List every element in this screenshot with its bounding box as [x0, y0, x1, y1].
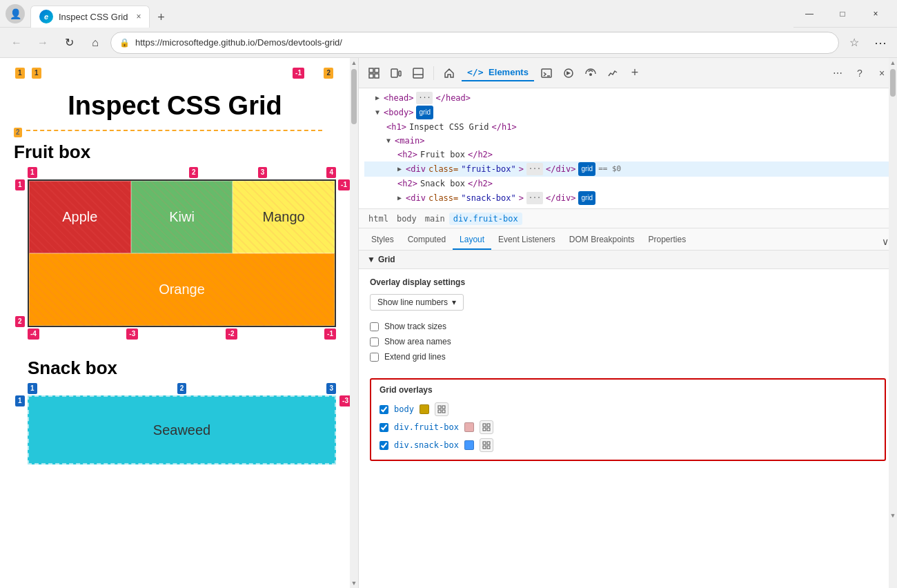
overlay-body-checkbox[interactable]	[379, 405, 388, 414]
browser-tab[interactable]: e Inspect CSS Grid ×	[30, 6, 150, 28]
home-devtools-button[interactable]	[440, 63, 459, 83]
overlay-snack-box-color[interactable]	[464, 440, 474, 450]
new-tab-button[interactable]: +	[151, 8, 170, 28]
scroll-down-arrow[interactable]: ▼	[351, 580, 357, 587]
dom-main-line[interactable]: ▼ <main>	[364, 134, 891, 148]
fruit-box-ellipsis[interactable]: ···	[526, 163, 543, 175]
tab-event-listeners[interactable]: Event Listeners	[491, 231, 562, 250]
forward-button[interactable]: →	[32, 32, 54, 54]
user-avatar[interactable]: 👤	[6, 4, 25, 23]
show-track-sizes-checkbox-row[interactable]: Show track sizes	[370, 319, 886, 334]
browser-menu-button[interactable]: ⋯	[869, 32, 891, 54]
settings-button[interactable]: ?	[850, 63, 869, 83]
tab-computed[interactable]: Computed	[401, 231, 453, 250]
scroll-thumb[interactable]	[351, 69, 357, 124]
breadcrumb-html[interactable]: html	[364, 213, 393, 225]
breadcrumb-main[interactable]: main	[421, 213, 449, 225]
overlay-fruit-box-inspect-button[interactable]	[480, 420, 493, 434]
add-panel-button[interactable]: +	[625, 63, 644, 83]
dt-scroll-thumb[interactable]	[890, 69, 896, 97]
close-button[interactable]: ×	[860, 3, 891, 24]
overlay-snack-box-checkbox[interactable]	[379, 441, 388, 450]
console-panel-button[interactable]	[537, 63, 556, 83]
tab-styles[interactable]: Styles	[364, 231, 401, 250]
h1-open-tag: <h1>	[386, 121, 406, 133]
dom-h2-snack-line[interactable]: <h2> Snack box </h2>	[364, 177, 891, 190]
fruit-box-class-val: "fruit-box"	[461, 163, 515, 175]
svg-rect-20	[483, 442, 486, 444]
extend-grid-lines-checkbox[interactable]	[370, 353, 379, 362]
device-emulation-button[interactable]	[386, 63, 406, 83]
expand-head-icon[interactable]: ▶	[375, 92, 379, 104]
show-area-names-label: Show area names	[384, 337, 451, 346]
grid-row2-indicator: 2	[14, 128, 322, 137]
dom-h2-fruit-line[interactable]: <h2> Fruit box </h2>	[364, 148, 891, 161]
snack-grid: Seaweed	[28, 395, 336, 464]
performance-panel-button[interactable]	[603, 63, 622, 83]
dom-snack-box-line[interactable]: ▶ <div class= "snack-box" > ··· </div> g…	[364, 190, 891, 206]
inspect-snack-box-icon	[482, 441, 491, 449]
maximize-button[interactable]: □	[827, 3, 858, 24]
extend-grid-lines-checkbox-row[interactable]: Extend grid lines	[370, 349, 886, 364]
grid-num-top-neg1: -1	[293, 68, 304, 79]
expand-body-icon[interactable]: ▼	[375, 106, 379, 119]
expand-fruit-box-icon[interactable]: ▶	[397, 163, 402, 175]
dom-body-line[interactable]: ▼ <body> grid	[364, 105, 891, 120]
favorites-button[interactable]: ☆	[843, 32, 865, 54]
minimize-button[interactable]: —	[793, 3, 825, 24]
snack-col-2: 2	[177, 383, 187, 394]
tab-properties[interactable]: Properties	[642, 231, 693, 250]
grid-col-nums-top: 1 2 3 4	[28, 167, 336, 178]
overlay-body-color[interactable]	[420, 404, 429, 414]
svg-rect-22	[483, 446, 486, 449]
inspect-element-button[interactable]	[364, 63, 384, 83]
tab-layout[interactable]: Layout	[453, 231, 491, 250]
home-button[interactable]: ⌂	[84, 32, 106, 54]
tab-close-button[interactable]: ×	[136, 12, 141, 21]
lock-icon: 🔒	[119, 38, 130, 48]
show-area-names-checkbox-row[interactable]: Show area names	[370, 334, 886, 349]
kiwi-cell: Kiwi	[131, 181, 233, 253]
overlay-fruit-box-checkbox[interactable]	[379, 423, 388, 432]
address-bar[interactable]: 🔒 https://microsoftedge.github.io/Demos/…	[110, 32, 839, 54]
overlay-snack-box-inspect-button[interactable]	[480, 438, 493, 452]
grid-section-header[interactable]: ▼ Grid	[359, 251, 897, 269]
snack-grid-wrapper: 1 2 3 1 -3 Seaweed	[28, 395, 336, 464]
show-line-numbers-dropdown[interactable]: Show line numbers ▾	[370, 294, 464, 311]
breadcrumb-fruit-box[interactable]: div.fruit-box	[449, 213, 522, 225]
grid-row-nums-right: -1	[338, 179, 350, 327]
dom-h1-line[interactable]: <h1> Inspect CSS Grid </h1>	[364, 120, 891, 134]
overlay-fruit-box-color[interactable]	[464, 422, 474, 432]
snack-box-ellipsis[interactable]: ···	[526, 192, 543, 204]
head-ellipsis[interactable]: ···	[416, 92, 433, 104]
breadcrumb-body[interactable]: body	[393, 213, 421, 225]
webpage-scrollbar[interactable]: ▲ ▼	[350, 58, 358, 588]
overlay-body-inspect-button[interactable]	[435, 402, 448, 416]
network-panel-button[interactable]	[581, 63, 600, 83]
scroll-up-arrow[interactable]: ▲	[351, 59, 357, 66]
dt-scroll-down-arrow[interactable]: ▼	[890, 512, 896, 519]
svg-point-11	[589, 73, 592, 76]
col-num-1: 1	[28, 167, 37, 178]
dom-head-line[interactable]: ▶ <head> ··· </head>	[364, 91, 891, 105]
more-panels-button[interactable]: ⋯	[828, 63, 847, 83]
back-button[interactable]: ←	[6, 32, 28, 54]
tab-dom-breakpoints[interactable]: DOM Breakpoints	[562, 231, 642, 250]
expand-snack-box-icon[interactable]: ▶	[397, 192, 402, 204]
expand-main-icon[interactable]: ▼	[386, 135, 391, 147]
elements-panel-tab[interactable]: </> Elements	[462, 64, 534, 81]
overlay-snack-box-row: div.snack-box	[379, 436, 876, 454]
snack-row-1: 1	[15, 395, 25, 406]
dom-fruit-box-line[interactable]: ⋯ ▶ <div class= "fruit-box" > ··· </div>…	[364, 161, 891, 177]
head-open-tag: <head>	[384, 92, 413, 104]
show-track-sizes-checkbox[interactable]	[370, 322, 379, 331]
show-area-names-checkbox[interactable]	[370, 337, 379, 346]
webpage-scroll-content: 1 1 -1 2 Inspect CSS Grid 2 Fruit box	[0, 58, 350, 588]
sources-panel-button[interactable]	[559, 63, 578, 83]
refresh-button[interactable]: ↻	[58, 32, 80, 54]
dt-scroll-up-arrow[interactable]: ▲	[890, 59, 896, 66]
toggle-drawer-button[interactable]	[408, 63, 428, 83]
fruit-box-tag-end: >	[519, 163, 524, 175]
webpage-panel: 1 1 -1 2 Inspect CSS Grid 2 Fruit box	[0, 58, 359, 588]
devtools-scrollbar[interactable]: ▲ ▼	[889, 58, 897, 588]
